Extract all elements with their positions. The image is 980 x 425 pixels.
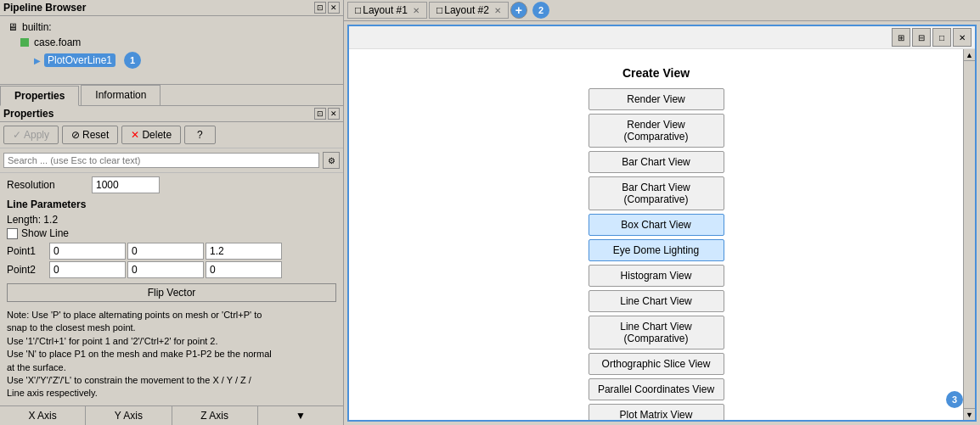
properties-content: Resolution Line Parameters Length: 1.2 S… (0, 173, 343, 405)
layout-area: ⊞ ⊟ □ ✕ Create View Render View Render V… (347, 25, 977, 422)
layout-tab-1[interactable]: □ Layout #1 ✕ (347, 2, 427, 19)
note-text: Note: Use 'P' to place alternating point… (7, 309, 336, 400)
view-toolbar: ⊞ ⊟ □ ✕ (349, 26, 975, 49)
line-chart-view-comparative-btn[interactable]: Line Chart View (Comparative) (589, 316, 724, 350)
point2-y-input[interactable] (127, 261, 204, 278)
point2-row: Point2 (7, 261, 336, 278)
pipeline-browser-close-btn[interactable]: ✕ (328, 2, 340, 14)
right-panel: □ Layout #1 ✕ □ Layout #2 ✕ + 2 ⊞ ⊟ □ ✕ (344, 0, 980, 425)
flip-vector-button[interactable]: Flip Vector (7, 283, 336, 302)
point2-inputs (49, 261, 282, 278)
layout-add-btn[interactable]: + (510, 2, 527, 19)
plot-matrix-view-btn[interactable]: Plot Matrix View (589, 404, 724, 420)
length-label: Length: 1.2 (7, 214, 336, 226)
create-view-area: Create View Render View Render View (Com… (349, 49, 963, 420)
properties-panel-buttons: ⊡ ✕ (314, 108, 340, 120)
resolution-label: Resolution (7, 179, 92, 191)
right-scrollbar: ▲ ▼ (963, 49, 975, 420)
resolution-input[interactable] (92, 176, 160, 193)
help-button[interactable]: ? (184, 126, 216, 144)
tree-item-plotoverline[interactable]: ▶ PlotOverLine1 1 (7, 50, 336, 70)
layout-tab-1-close[interactable]: ✕ (413, 6, 420, 15)
view-close-btn[interactable]: ✕ (953, 28, 972, 47)
show-line-row: Show Line (7, 227, 336, 239)
pipeline-browser: Pipeline Browser ⊡ ✕ 🖥 builtin: case.foa… (0, 0, 343, 85)
point2-z-input[interactable] (206, 261, 282, 278)
properties-titlebar: Properties ⊡ ✕ (0, 106, 343, 122)
tab-properties[interactable]: Properties (0, 86, 79, 106)
layout-tab-2[interactable]: □ Layout #2 ✕ (429, 2, 509, 19)
show-line-checkbox[interactable] (7, 228, 18, 239)
properties-tab-bar: Properties Information (0, 85, 343, 106)
layout-tab-1-window-icon: □ (355, 4, 361, 16)
case-icon (20, 38, 29, 47)
x-axis-btn[interactable]: X Axis (0, 406, 86, 425)
pipeline-browser-maximize-btn[interactable]: ⊡ (314, 2, 326, 14)
render-view-btn[interactable]: Render View (589, 88, 724, 110)
layout-tab-1-label: Layout #1 (363, 4, 408, 16)
pipeline-tree: 🖥 builtin: case.foam ▶ PlotOverLine1 1 (0, 16, 343, 84)
tree-item-plotoverline-label[interactable]: PlotOverLine1 (44, 53, 115, 67)
line-chart-view-btn[interactable]: Line Chart View (589, 290, 724, 312)
pipeline-browser-title: Pipeline Browser (3, 2, 86, 14)
orthographic-slice-view-btn[interactable]: Orthographic Slice View (589, 353, 724, 375)
layout-badge-2: 2 (532, 2, 549, 19)
delete-icon: ✕ (131, 129, 139, 141)
single-view-btn[interactable]: □ (932, 28, 951, 47)
search-settings-btn[interactable]: ⚙ (323, 152, 340, 169)
scroll-down-btn[interactable]: ▼ (964, 408, 976, 420)
layout-tabs-bar: □ Layout #1 ✕ □ Layout #2 ✕ + 2 (344, 0, 980, 21)
parallel-coordinates-view-btn[interactable]: Parallel Coordinates View (589, 378, 724, 400)
tree-item-builtin-label: builtin: (22, 21, 52, 33)
properties-panel: Properties ⊡ ✕ ✓ Apply ⊘ Reset ✕ (0, 106, 343, 425)
show-line-label: Show Line (21, 227, 69, 239)
box-chart-view-btn[interactable]: Box Chart View (589, 214, 724, 236)
line-parameters-title: Line Parameters (7, 199, 336, 210)
point1-row: Point1 (7, 243, 336, 260)
layout-tab-2-close[interactable]: ✕ (494, 6, 501, 15)
properties-maximize-btn[interactable]: ⊡ (314, 108, 326, 120)
point1-z-input[interactable] (206, 243, 282, 260)
point1-x-input[interactable] (49, 243, 126, 260)
badge3-container: 3 (941, 391, 963, 408)
axis-bar: X Axis Y Axis Z Axis ▼ (0, 405, 343, 425)
properties-close-btn[interactable]: ✕ (328, 108, 340, 120)
search-input[interactable] (3, 153, 319, 168)
point1-label: Point1 (7, 245, 49, 257)
point1-inputs (49, 243, 282, 260)
axis-scroll-btn[interactable]: ▼ (258, 406, 343, 425)
scroll-up-btn[interactable]: ▲ (964, 49, 976, 61)
resolution-row: Resolution (7, 176, 336, 193)
bar-chart-view-btn[interactable]: Bar Chart View (589, 151, 724, 173)
pipeline-badge-1: 1 (124, 52, 141, 69)
left-panel: Pipeline Browser ⊡ ✕ 🖥 builtin: case.foa… (0, 0, 344, 425)
apply-button[interactable]: ✓ Apply (3, 126, 59, 144)
properties-panel-title: Properties (3, 108, 54, 120)
render-view-comparative-btn[interactable]: Render View (Comparative) (589, 114, 724, 148)
eye-dome-lighting-btn[interactable]: Eye Dome Lighting (589, 239, 724, 261)
layout-tab-2-window-icon: □ (436, 4, 442, 16)
z-axis-btn[interactable]: Z Axis (172, 406, 258, 425)
pipeline-browser-buttons: ⊡ ✕ (314, 2, 340, 14)
point2-x-input[interactable] (49, 261, 126, 278)
grid2x2-btn[interactable]: ⊞ (892, 28, 910, 47)
layout-badge-3: 3 (946, 391, 963, 408)
tree-item-builtin[interactable]: 🖥 builtin: (7, 20, 336, 35)
reset-icon: ⊘ (71, 129, 80, 141)
pipeline-browser-titlebar: Pipeline Browser ⊡ ✕ (0, 0, 343, 16)
tab-information[interactable]: Information (81, 85, 161, 105)
tree-item-case-label: case.foam (34, 36, 81, 48)
reset-button[interactable]: ⊘ Reset (62, 126, 118, 144)
apply-icon: ✓ (13, 129, 21, 141)
grid1x2-btn[interactable]: ⊟ (912, 28, 931, 47)
histogram-view-btn[interactable]: Histogram View (589, 265, 724, 287)
delete-button[interactable]: ✕ Delete (121, 126, 181, 144)
layout-tab-2-label: Layout #2 (444, 4, 489, 16)
tree-item-case[interactable]: case.foam (7, 35, 336, 50)
create-view-title: Create View (622, 66, 690, 80)
arrow-icon: ▶ (34, 56, 41, 65)
y-axis-btn[interactable]: Y Axis (86, 406, 172, 425)
bar-chart-view-comparative-btn[interactable]: Bar Chart View (Comparative) (589, 176, 724, 210)
monitor-icon: 🖥 (7, 21, 19, 33)
point1-y-input[interactable] (127, 243, 204, 260)
